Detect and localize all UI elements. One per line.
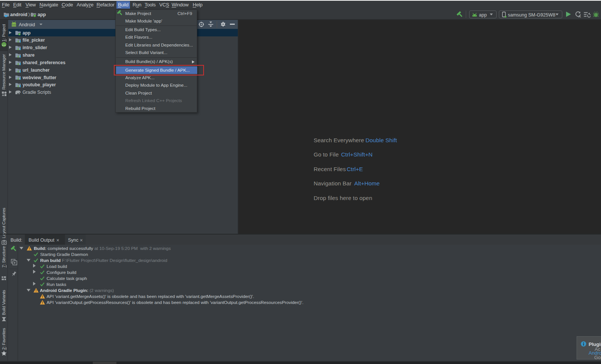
svg-text:A: A [578,15,581,18]
